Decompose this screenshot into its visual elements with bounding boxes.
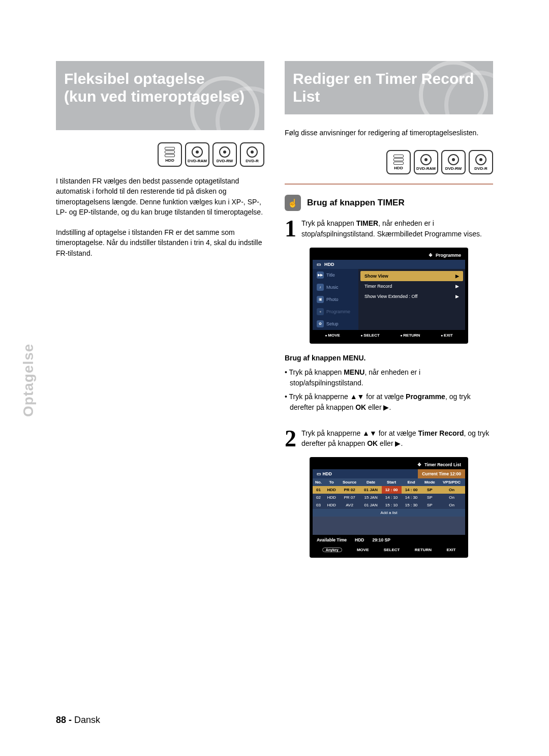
- programme-icon: ●: [317, 308, 324, 315]
- right-intro: Følg disse anvisninger for redigering af…: [285, 128, 493, 138]
- osd-right-menu: Show View▶ Timer Record▶ Show View Exten…: [358, 269, 465, 330]
- dvd-r-icon: DVD-R: [240, 142, 264, 167]
- dvd-ram-icon: DVD-RAM: [414, 150, 438, 174]
- right-title-box: Rediger en Timer Record List: [285, 61, 493, 114]
- chevron-right-icon: ▶: [455, 274, 459, 279]
- osd2-footer: Anykey MOVE SELECT RETURN EXIT: [313, 545, 465, 555]
- osd-header-icon: ❖: [429, 253, 433, 258]
- setup-icon: ✿: [317, 320, 324, 327]
- left-title-box: Fleksibel optagelse (kun ved timeroptage…: [56, 61, 264, 130]
- chevron-right-icon: ▶: [455, 294, 459, 299]
- right-column: Rediger en Timer Record List Følg disse …: [285, 61, 493, 560]
- separator-line: [285, 184, 493, 185]
- left-para1: I tilstanden FR vælges den bedst passend…: [56, 176, 264, 217]
- step-2-text: Tryk på knapperne ▲▼ for at vælge Timer …: [301, 428, 493, 449]
- anykey-button-icon: Anykey: [322, 548, 342, 552]
- available-time-row: Available TimeHDD29:10 SP: [313, 535, 465, 545]
- osd-left-menu: ▶▶Title ♪Music ▣Photo ●Programme ✿Setup: [313, 269, 358, 330]
- dvd-ram-icon: DVD-RAM: [185, 142, 209, 167]
- left-format-row: HDD DVD-RAM DVD-RW DVD-R: [56, 142, 264, 167]
- subhead-timer: Brug af knappen TIMER: [307, 198, 405, 208]
- hdd-icon: HDD: [158, 142, 182, 167]
- right-format-row: HDD DVD-RAM DVD-RW DVD-R: [285, 150, 493, 174]
- dvd-rw-icon: DVD-RW: [212, 142, 237, 167]
- left-column: Fleksibel optagelse (kun ved timeroptage…: [56, 61, 264, 560]
- step-number-1: 1: [285, 218, 296, 239]
- hand-icon: ☝: [285, 195, 301, 211]
- music-icon: ♪: [317, 284, 324, 291]
- photo-icon: ▣: [317, 296, 324, 303]
- dvd-rw-icon: DVD-RW: [441, 150, 466, 174]
- menu-subhead: Brug af knappen MENU.: [285, 354, 493, 362]
- dvd-r-icon: DVD-R: [469, 150, 493, 174]
- step-1: 1 Tryk på knappen TIMER, når enheden er …: [285, 218, 493, 239]
- timer-table: No.ToSourceDate StartEndModeVPS/PDC 01HD…: [313, 478, 465, 535]
- osd2-header: Timer Record List: [424, 462, 461, 467]
- subhead-row: ☝ Brug af knappen TIMER: [285, 195, 493, 211]
- left-para2: Indstilling af optagelse i tilstanden FR…: [56, 227, 264, 258]
- hdd-icon: HDD: [386, 150, 411, 174]
- bullet-2: • Tryk på knapperne ▲▼ for at vælge Prog…: [285, 391, 493, 413]
- hdd-badge-icon: ▭: [317, 262, 321, 267]
- osd-programme-menu: ❖Programme ▭HDD ▶▶Title ♪Music ▣Photo ●P…: [310, 248, 468, 344]
- section-side-label: Optagelse: [20, 344, 37, 417]
- osd-header-icon: ❖: [417, 462, 421, 467]
- page-language: Dansk: [74, 715, 100, 725]
- step-number-2: 2: [285, 428, 296, 449]
- step-1-text: Tryk på knappen TIMER, når enheden er i …: [301, 218, 493, 239]
- osd-timer-record-list: ❖Timer Record List ▭ HDD Current Time 12…: [310, 457, 468, 558]
- hdd-badge-icon: ▭: [317, 471, 322, 476]
- osd-hdd-label: HDD: [324, 262, 334, 267]
- page-columns: Fleksibel optagelse (kun ved timeroptage…: [0, 0, 549, 590]
- page-number: 88 -: [56, 715, 72, 725]
- title-icon: ▶▶: [317, 271, 324, 279]
- chevron-right-icon: ▶: [455, 284, 459, 289]
- step-2: 2 Tryk på knapperne ▲▼ for at vælge Time…: [285, 428, 493, 449]
- bullet-1: • Tryk på knappen MENU, når enheden er i…: [285, 367, 493, 388]
- osd-header: Programme: [436, 253, 461, 258]
- page-footer: 88 - Dansk: [56, 715, 100, 725]
- osd-footer: MOVE SELECT RETURN EXIT: [313, 330, 465, 341]
